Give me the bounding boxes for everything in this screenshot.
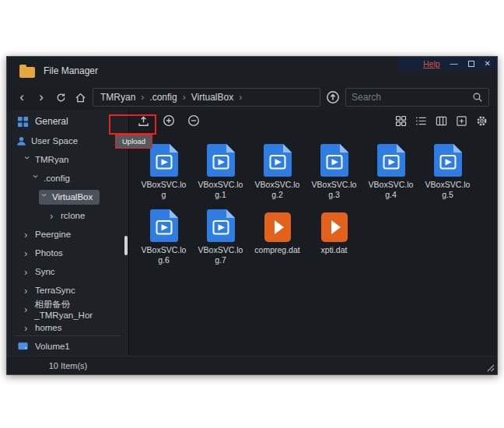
chevron-icon[interactable]: › [24, 248, 31, 258]
forward-icon: › [39, 90, 44, 103]
home-button[interactable] [73, 89, 87, 106]
window-title: File Manager [44, 65, 98, 76]
log-file-icon [150, 209, 178, 242]
chevron-icon[interactable]: › [40, 193, 50, 200]
sidebar-tree-item[interactable]: › 相册备份_TMRyan_Hor [7, 300, 128, 318]
file-item[interactable]: VBoxSVC.log.5 [419, 144, 476, 200]
tree-item-inner: › Photos [22, 246, 70, 261]
toolbar [129, 110, 497, 132]
file-item[interactable]: xpti.dat [306, 209, 362, 265]
volume-label: Volume1 [35, 342, 70, 351]
file-icon [264, 144, 292, 177]
log-file-icon [434, 144, 462, 177]
home-icon [75, 92, 86, 103]
sidebar-tree-item[interactable]: › Sync [7, 262, 128, 281]
square-plus-icon [456, 115, 467, 127]
sidebar-tree-item[interactable]: › TMRyan [7, 150, 128, 169]
file-item[interactable]: VBoxSVC.log.6 [135, 209, 192, 265]
file-item[interactable]: VBoxSVC.log [135, 144, 192, 200]
new-window-button[interactable] [456, 115, 467, 127]
chevron-icon[interactable]: › [31, 174, 41, 181]
tree-item-label: .config [44, 174, 70, 183]
sidebar-tree-item[interactable]: › rclone [7, 206, 128, 225]
plus-circle-icon [163, 114, 175, 127]
file-name: xpti.dat [310, 245, 359, 255]
file-name: VBoxSVC.log.2 [253, 180, 302, 200]
window-body: General User Space › TMRyan › .config › … [7, 110, 497, 356]
list-view-button[interactable] [415, 115, 427, 127]
sidebar-scrollbar-thumb[interactable] [124, 236, 128, 255]
tree-item-label: User Space [31, 136, 78, 146]
sidebar-tree-item[interactable]: › VirtualBox [7, 188, 128, 206]
tree-item-label: VirtualBox [52, 192, 93, 202]
chevron-icon[interactable]: › [23, 156, 33, 163]
toolbar-right-group [395, 115, 488, 127]
chevron-icon[interactable]: › [24, 323, 31, 333]
file-name: VBoxSVC.log.7 [196, 245, 245, 265]
add-button[interactable] [163, 114, 175, 127]
minus-circle-icon [187, 114, 200, 127]
minimize-button[interactable]: — [450, 60, 458, 68]
tree-item-label: Photos [35, 248, 63, 258]
resize-grip-icon[interactable] [487, 364, 495, 372]
breadcrumb-segment[interactable]: VirtualBox [191, 92, 233, 103]
chevron-icon[interactable]: › [24, 286, 31, 296]
file-name: VBoxSVC.log.3 [310, 180, 359, 200]
file-name: VBoxSVC.log.4 [366, 180, 415, 200]
file-icon [150, 209, 178, 242]
file-item[interactable]: VBoxSVC.log.1 [192, 144, 249, 200]
settings-button[interactable] [476, 115, 488, 127]
file-item[interactable]: VBoxSVC.log.4 [362, 144, 419, 200]
search-box [345, 88, 489, 107]
search-input[interactable] [352, 92, 472, 103]
file-item[interactable]: VBoxSVC.log.2 [249, 144, 306, 200]
file-name: VBoxSVC.log [139, 180, 188, 200]
tree-item-label: Sync [35, 267, 55, 276]
maximize-button[interactable] [468, 61, 474, 67]
grid-view-button[interactable] [395, 115, 407, 127]
sidebar-item-volume1[interactable]: Volume1 [7, 336, 128, 356]
chevron-icon[interactable]: › [24, 304, 30, 314]
file-item[interactable]: compreg.dat [249, 209, 306, 265]
apps-grid-icon [17, 116, 29, 128]
parent-folder-button[interactable] [326, 89, 340, 106]
column-view-button[interactable] [436, 115, 447, 127]
back-button[interactable]: ‹ [15, 89, 29, 106]
tree-item-inner: › .config [30, 171, 77, 186]
sidebar-tree-item[interactable]: › .config [7, 169, 128, 188]
forward-button[interactable]: › [34, 89, 48, 106]
desktop: File Manager Help — ✕ ‹ › TMRyan›.config… [0, 0, 504, 428]
upload-icon [137, 115, 150, 127]
breadcrumb[interactable]: TMRyan›.config›VirtualBox› [93, 88, 320, 107]
sidebar: General User Space › TMRyan › .config › … [7, 110, 129, 356]
upload-button[interactable] [137, 115, 150, 127]
file-item[interactable]: VBoxSVC.log.3 [306, 144, 362, 200]
file-item[interactable]: VBoxSVC.log.7 [192, 209, 249, 265]
close-button[interactable]: ✕ [485, 60, 491, 68]
sidebar-tree-item[interactable]: User Space [7, 132, 128, 150]
tree-item-inner: › Peergine [22, 227, 78, 242]
help-link[interactable]: Help [423, 59, 440, 68]
breadcrumb-separator: › [183, 92, 186, 103]
sidebar-tree-item[interactable]: › Peergine [7, 225, 128, 244]
refresh-icon [55, 92, 67, 103]
breadcrumb-separator: › [141, 92, 144, 103]
log-file-icon [150, 144, 178, 177]
search-icon[interactable] [472, 92, 483, 103]
tree-item-inner: › TerraSync [22, 283, 82, 298]
tree-item-label: homes [35, 323, 62, 332]
file-icon [320, 209, 348, 242]
up-circle-icon [326, 90, 340, 104]
sidebar-item-general[interactable]: General [7, 111, 128, 132]
remove-button[interactable] [187, 114, 200, 127]
chevron-icon[interactable]: › [50, 211, 57, 221]
chevron-icon[interactable]: › [24, 230, 31, 240]
toolbar-left-group [137, 114, 200, 127]
tree-item-label: 相册备份_TMRyan_Hor [34, 299, 121, 320]
breadcrumb-segment[interactable]: TMRyan [100, 92, 135, 103]
chevron-icon[interactable]: › [24, 267, 31, 277]
refresh-button[interactable] [54, 89, 68, 106]
file-manager-window: File Manager Help — ✕ ‹ › TMRyan›.config… [6, 56, 498, 375]
sidebar-tree-item[interactable]: › Photos [7, 244, 128, 262]
breadcrumb-segment[interactable]: .config [149, 92, 177, 103]
